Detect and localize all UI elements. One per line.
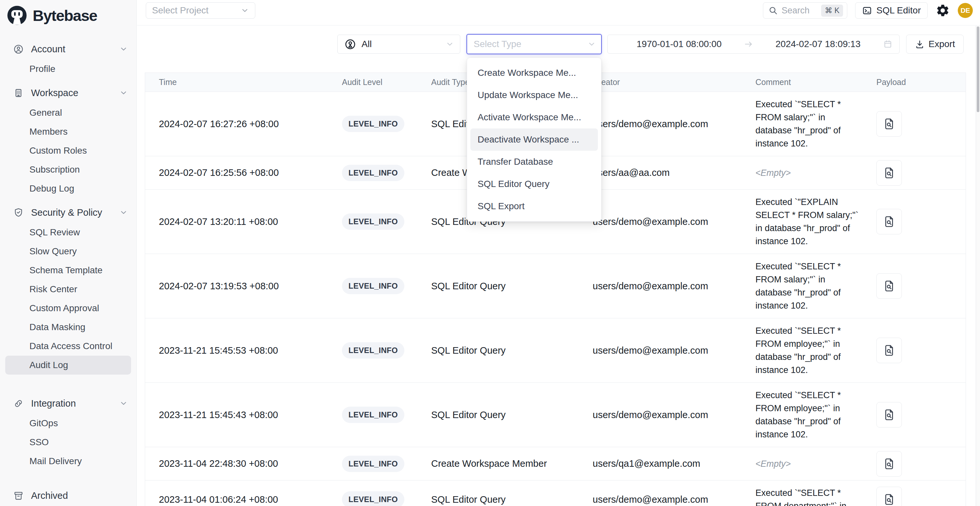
view-payload-button[interactable] [877, 273, 902, 299]
audit-level-badge: LEVEL_INFO [342, 407, 404, 423]
view-payload-button[interactable] [877, 487, 902, 506]
date-range-picker[interactable]: 1970-01-01 08:00:00 2024-02-07 18:09:13 [607, 35, 900, 54]
sidebar-section-account[interactable]: Account [5, 38, 131, 59]
link-icon [13, 398, 24, 409]
table-row: 2024-02-07 13:19:53 +08:00 LEVEL_INFO SQ… [145, 254, 966, 318]
view-payload-button[interactable] [877, 338, 902, 363]
sidebar-section-label: Security & Policy [31, 207, 102, 218]
type-filter-dropdown[interactable]: Select Type [466, 34, 602, 54]
sql-editor-button[interactable]: SQL Editor [855, 2, 928, 19]
download-icon [915, 40, 924, 49]
audit-time: 2024-02-07 13:20:11 +08:00 [145, 216, 342, 227]
audit-comment: Executed `"SELECT * FROM employee;"` in … [756, 318, 860, 382]
sidebar-item-gitops[interactable]: GitOps [5, 414, 131, 433]
audit-time: 2023-11-04 22:48:30 +08:00 [145, 458, 342, 469]
type-menu-item-sql-editor-query[interactable]: SQL Editor Query [470, 173, 598, 195]
export-label: Export [929, 39, 955, 49]
file-search-icon [883, 493, 896, 506]
column-header-audit-level: Audit Level [342, 78, 431, 87]
audit-level-badge: LEVEL_INFO [342, 165, 404, 181]
search-icon [768, 6, 778, 15]
audit-time: 2023-11-21 15:45:53 +08:00 [145, 345, 342, 356]
arrow-right-icon [744, 40, 753, 49]
sidebar-item-sql-review[interactable]: SQL Review [5, 223, 131, 242]
sidebar-item-data-access-control[interactable]: Data Access Control [5, 337, 131, 356]
sidebar-item-schema-template[interactable]: Schema Template [5, 261, 131, 280]
topbar: Select Project Search ⌘ K SQL Editor DE [137, 0, 980, 25]
type-menu-item-transfer-database[interactable]: Transfer Database [470, 151, 598, 173]
view-payload-button[interactable] [877, 402, 902, 428]
sidebar-section-workspace[interactable]: Workspace [5, 83, 131, 103]
sql-editor-label: SQL Editor [877, 5, 921, 16]
sidebar-item-members[interactable]: Members [5, 122, 131, 141]
audit-comment: Executed `"EXPLAIN SELECT * FROM salary;… [756, 189, 860, 254]
sidebar-item-slow-query[interactable]: Slow Query [5, 242, 131, 261]
type-menu-item-deactivate-workspace[interactable]: Deactivate Workspace ... [470, 129, 598, 151]
chevron-down-icon [240, 6, 249, 15]
sidebar-item-risk-center[interactable]: Risk Center [5, 280, 131, 299]
sidebar-item-audit-log[interactable]: Audit Log [5, 356, 131, 375]
view-payload-button[interactable] [877, 209, 902, 234]
sidebar-section-security-policy[interactable]: Security & Policy [5, 202, 131, 223]
type-filter-placeholder: Select Type [474, 39, 521, 49]
sidebar-item-subscription[interactable]: Subscription [5, 160, 131, 179]
search-input[interactable]: Search ⌘ K [763, 2, 847, 19]
audit-level-badge: LEVEL_INFO [342, 116, 404, 132]
audit-comment: <Empty> [756, 161, 860, 185]
vertical-scrollbar[interactable] [976, 26, 980, 506]
sidebar-item-archived[interactable]: Archived [5, 485, 131, 506]
audit-type: SQL Editor Query [431, 494, 593, 505]
select-project-dropdown[interactable]: Select Project [146, 2, 255, 19]
audit-time: 2024-02-07 16:27:26 +08:00 [145, 119, 342, 129]
type-menu-item-update-workspace-me[interactable]: Update Workspace Me... [470, 84, 598, 106]
sidebar-item-custom-approval[interactable]: Custom Approval [5, 299, 131, 318]
building-icon [13, 88, 24, 99]
audit-level-badge: LEVEL_INFO [342, 456, 404, 472]
creator-filter-dropdown[interactable]: All [337, 35, 460, 54]
audit-creator: users/demo@example.com [593, 281, 756, 291]
sidebar-item-custom-roles[interactable]: Custom Roles [5, 141, 131, 160]
column-header-time: Time [145, 78, 342, 87]
date-from-value: 1970-01-01 08:00:00 [614, 39, 744, 49]
bytebase-logo-icon [6, 5, 27, 26]
audit-creator: users/demo@example.com [593, 410, 756, 420]
audit-comment: <Empty> [756, 452, 860, 476]
type-menu-item-sql-export[interactable]: SQL Export [470, 195, 598, 217]
audit-creator: users/qa1@example.com [593, 458, 756, 469]
audit-comment: Executed `"SELECT * FROM salary;"` in da… [756, 254, 860, 318]
sidebar-item-sso[interactable]: SSO [5, 433, 131, 452]
audit-creator: users/demo@example.com [593, 345, 756, 356]
view-payload-button[interactable] [877, 451, 902, 477]
audit-type: SQL Editor Query [431, 281, 593, 291]
audit-type: SQL Editor Query [431, 410, 593, 420]
sidebar-section-label: Integration [31, 398, 76, 409]
table-row: 2023-11-04 22:48:30 +08:00 LEVEL_INFO Cr… [145, 447, 966, 481]
view-payload-button[interactable] [877, 111, 902, 137]
audit-creator: users/demo@example.com [593, 494, 756, 505]
view-payload-button[interactable] [877, 160, 902, 186]
brand-logo[interactable]: Bytebase [0, 0, 136, 27]
scrollbar-thumb[interactable] [977, 27, 979, 112]
sidebar-item-debug-log[interactable]: Debug Log [5, 179, 131, 198]
type-menu-item-create-workspace-me[interactable]: Create Workspace Me... [470, 62, 598, 84]
chevron-down-icon [119, 399, 128, 407]
audit-time: 2023-11-21 15:45:43 +08:00 [145, 410, 342, 420]
export-button[interactable]: Export [906, 35, 964, 54]
user-avatar[interactable]: DE [958, 3, 973, 18]
chevron-down-icon [119, 45, 128, 53]
audit-comment: Executed `"SELECT * FROM employee;"` in … [756, 383, 860, 447]
audit-time: 2023-11-04 01:06:24 +08:00 [145, 494, 342, 505]
sidebar-item-mail-delivery[interactable]: Mail Delivery [5, 452, 131, 471]
sidebar-item-general[interactable]: General [5, 103, 131, 122]
archive-icon [13, 490, 24, 501]
select-project-placeholder: Select Project [152, 5, 208, 16]
settings-gear-icon[interactable] [935, 3, 950, 18]
person-filter-icon [344, 38, 356, 50]
type-menu-item-activate-workspace-me[interactable]: Activate Workspace Me... [470, 106, 598, 129]
main-content: All Select Type 1970-01-01 08:00:00 2024… [137, 26, 980, 506]
gear-icon [935, 3, 950, 18]
file-search-icon [883, 408, 896, 421]
sidebar-section-integration[interactable]: Integration [5, 393, 131, 414]
sidebar-item-data-masking[interactable]: Data Masking [5, 318, 131, 337]
sidebar-item-profile[interactable]: Profile [5, 59, 131, 78]
